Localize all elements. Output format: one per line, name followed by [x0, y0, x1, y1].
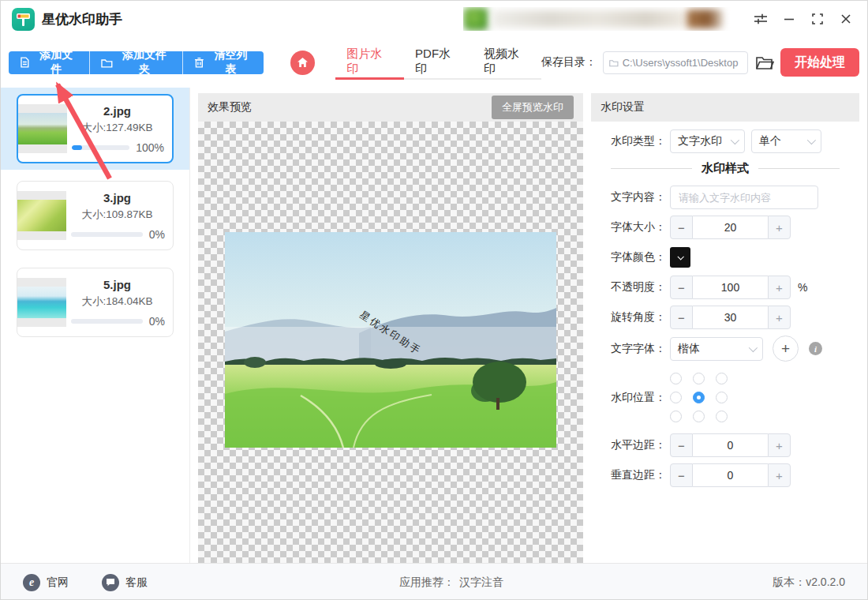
font-color-row: 字体颜色： — [611, 246, 859, 269]
vertical-margin-row: 垂直边距： − 0 + — [611, 463, 859, 487]
watermark-type-select[interactable]: 文字水印 — [670, 129, 745, 153]
watermark-type-value: 文字水印 — [678, 134, 722, 148]
opacity-increment-button[interactable]: + — [768, 276, 791, 299]
start-processing-button[interactable]: 开始处理 — [780, 48, 859, 77]
settings-header: 水印设置 — [591, 93, 859, 122]
style-section-divider: 水印样式 — [611, 161, 840, 176]
titlebar: 星优水印助手 — [1, 1, 867, 37]
text-content-row: 文字内容： — [611, 186, 859, 209]
tab-video-watermark[interactable]: 视频水印 — [473, 45, 541, 80]
app-brand: 星优水印助手 — [12, 8, 122, 31]
v-margin-increment-button[interactable]: + — [768, 463, 791, 487]
tab-pdf-watermark[interactable]: PDF水印 — [404, 45, 473, 80]
position-radio-bottom-right[interactable] — [716, 411, 728, 422]
position-radio-bottom-left[interactable] — [670, 411, 682, 422]
rotation-label: 旋转角度： — [611, 310, 670, 324]
file-list-item[interactable]: 2.jpg 大小:127.49KB 100% — [17, 94, 174, 163]
app-window: 星优水印助手 — [0, 0, 868, 600]
main-area: 2.jpg 大小:127.49KB 100% 3.jpg 大小:109.87KB — [1, 88, 867, 563]
rotation-decrement-button[interactable]: − — [670, 306, 693, 329]
text-content-label: 文字内容： — [611, 190, 670, 204]
file-name: 3.jpg — [103, 191, 131, 204]
settings-sliders-button[interactable] — [749, 7, 773, 31]
add-file-button[interactable]: 添加文件 — [9, 51, 89, 74]
browse-folder-button[interactable] — [755, 54, 774, 70]
folder-open-icon — [755, 54, 774, 70]
progress-bar — [72, 145, 129, 150]
vertical-margin-label: 垂直边距： — [611, 468, 670, 482]
font-family-select[interactable]: 楷体 — [670, 337, 763, 361]
position-radio-middle-left[interactable] — [670, 392, 682, 403]
file-size: 大小:184.04KB — [81, 294, 152, 309]
position-radio-top-right[interactable] — [716, 373, 728, 384]
font-color-picker[interactable] — [670, 247, 690, 268]
maximize-button[interactable] — [806, 7, 829, 31]
save-dir-input[interactable] — [623, 57, 742, 69]
preview-header: 效果预览 全屏预览水印 — [198, 93, 583, 122]
progress-bar — [71, 232, 143, 237]
h-margin-decrement-button[interactable]: − — [670, 433, 693, 457]
position-radio-top-center[interactable] — [693, 373, 705, 384]
progress-percent: 0% — [149, 228, 165, 241]
website-icon: e — [23, 574, 40, 591]
user-name-blurred — [492, 10, 685, 28]
file-icon — [20, 57, 30, 68]
position-radio-top-left[interactable] — [670, 373, 682, 384]
file-thumbnail — [18, 104, 67, 153]
position-grid — [670, 373, 728, 422]
horizontal-margin-row: 水平边距： − 0 + — [611, 433, 859, 457]
file-list-item[interactable]: 5.jpg 大小:184.04KB 0% — [17, 268, 174, 337]
tab-image-watermark[interactable]: 图片水印 — [335, 45, 404, 80]
trash-icon — [194, 57, 204, 68]
app-logo-icon — [12, 8, 35, 31]
rotation-increment-button[interactable]: + — [768, 306, 791, 329]
chat-bubble-icon — [102, 574, 119, 591]
save-dir-label: 保存目录： — [541, 55, 597, 69]
user-account-blurred[interactable] — [463, 7, 733, 31]
info-icon[interactable]: i — [809, 342, 822, 355]
file-list-item[interactable]: 3.jpg 大小:109.87KB 0% — [17, 181, 174, 250]
rotation-stepper: − 30 + — [670, 306, 791, 329]
close-button[interactable] — [834, 7, 858, 31]
file-size: 大小:127.49KB — [81, 121, 152, 135]
opacity-unit: % — [798, 281, 807, 294]
preview-image: 星优水印助手 — [225, 232, 556, 448]
close-icon — [840, 13, 852, 25]
position-radio-bottom-center[interactable] — [693, 411, 705, 422]
opacity-decrement-button[interactable]: − — [670, 276, 693, 299]
v-margin-decrement-button[interactable]: − — [670, 463, 693, 487]
clear-list-button[interactable]: 清空列表 — [182, 51, 264, 74]
app-title: 星优水印助手 — [42, 10, 122, 28]
home-button[interactable] — [290, 51, 315, 75]
minimize-button[interactable] — [777, 7, 801, 31]
chevron-down-icon — [749, 343, 758, 351]
watermark-mode-select[interactable]: 单个 — [751, 129, 821, 153]
fullscreen-preview-button[interactable]: 全屏预览水印 — [492, 96, 574, 119]
minimize-icon — [783, 13, 795, 25]
chevron-down-icon — [731, 136, 739, 144]
position-radio-middle-right[interactable] — [716, 392, 728, 403]
watermark-tabs: 图片水印 PDF水印 视频水印 — [335, 45, 541, 80]
watermark-text-input[interactable] — [670, 186, 818, 209]
font-size-increment-button[interactable]: + — [768, 216, 791, 239]
recommend-label: 应用推荐： — [399, 576, 455, 590]
watermark-type-label: 水印类型： — [611, 134, 670, 148]
home-icon — [297, 57, 309, 68]
font-size-decrement-button[interactable]: − — [670, 216, 693, 239]
file-list-panel: 2.jpg 大小:127.49KB 100% 3.jpg 大小:109.87KB — [1, 88, 190, 563]
file-row: 5.jpg 大小:184.04KB 0% — [1, 261, 189, 343]
file-row-selected: 2.jpg 大小:127.49KB 100% — [1, 88, 189, 170]
file-name: 5.jpg — [103, 278, 131, 291]
recommend-app-link[interactable]: 汉字注音 — [459, 576, 503, 590]
support-link[interactable]: 客服 — [102, 574, 148, 591]
h-margin-increment-button[interactable]: + — [768, 433, 791, 457]
font-size-label: 字体大小： — [611, 220, 670, 234]
add-folder-button[interactable]: 添加文件夹 — [89, 51, 183, 74]
website-link[interactable]: e 官网 — [23, 574, 69, 591]
font-family-row: 文字字体： 楷体 + i — [611, 336, 859, 362]
clear-list-label: 清空列表 — [209, 51, 253, 74]
preview-panel: 效果预览 全屏预览水印 — [198, 93, 583, 563]
add-font-button[interactable]: + — [773, 336, 799, 362]
position-radio-center[interactable] — [693, 392, 705, 403]
font-size-stepper: − 20 + — [670, 216, 791, 239]
